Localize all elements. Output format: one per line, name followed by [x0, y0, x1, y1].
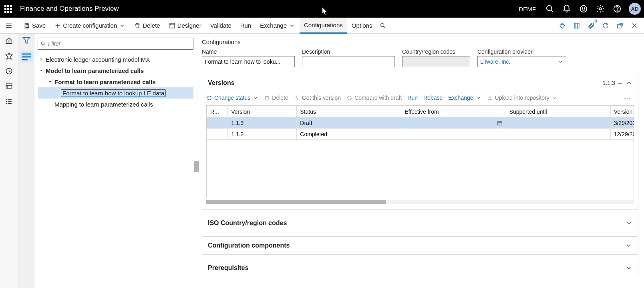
gear-icon[interactable]: [596, 4, 605, 13]
waffle-icon[interactable]: [3, 4, 13, 14]
panel-toggle-icon[interactable]: [20, 51, 33, 62]
popout-icon[interactable]: [614, 20, 626, 31]
compare-button: Compare with draft: [346, 95, 402, 101]
smile-icon[interactable]: [579, 4, 588, 13]
run-button[interactable]: Run: [236, 18, 256, 34]
home-icon[interactable]: [5, 36, 14, 45]
avatar[interactable]: AD: [629, 3, 641, 15]
versions-title: Versions: [208, 79, 235, 87]
attachments-icon[interactable]: 0: [586, 20, 597, 31]
designer-label: Designer: [177, 22, 201, 29]
tree-item[interactable]: Electronic ledger accounting model MX: [38, 54, 193, 65]
svg-rect-11: [26, 26, 28, 27]
svg-point-3: [582, 8, 583, 8]
get-version-button: Get this version: [294, 95, 341, 101]
star-icon[interactable]: [5, 51, 14, 60]
versions-section: Versions 1.1.3 -- Change status Delete: [202, 74, 638, 210]
svg-marker-36: [23, 38, 30, 44]
action-bar: Save Create configuration Delete Designe…: [0, 18, 644, 34]
change-status-button[interactable]: Change status: [206, 95, 258, 101]
exchange-button[interactable]: Exchange: [256, 18, 300, 34]
options-button[interactable]: Options: [347, 18, 377, 34]
description-input[interactable]: [302, 56, 395, 67]
svg-point-2: [580, 6, 587, 12]
company-code[interactable]: DEMF: [519, 6, 536, 12]
provider-value: Litware, Inc.: [480, 58, 510, 65]
table-row[interactable]: 1.1.3 Draft 3/29/2021 09:32:09 AM: [207, 117, 634, 129]
svg-point-5: [599, 8, 602, 10]
versions-header[interactable]: Versions 1.1.3 --: [202, 74, 638, 92]
tree-label: Electronic ledger accounting model MX: [46, 56, 150, 63]
svg-line-1: [551, 10, 553, 12]
tree-label: Format to learn how to lookup LE data: [61, 89, 166, 97]
list-icon[interactable]: [5, 97, 14, 106]
svg-rect-46: [497, 121, 502, 125]
country-input: [402, 56, 470, 67]
inline-search-button[interactable]: [376, 18, 389, 34]
designer-button[interactable]: Designer: [165, 18, 206, 34]
description-label: Description: [302, 48, 395, 55]
upload-label: Upload into repository: [495, 95, 549, 101]
tree-item-selected[interactable]: Format to learn how to lookup LE data: [38, 87, 193, 99]
tree-item[interactable]: Format to learn parameterized calls: [38, 76, 193, 87]
tree-filter-input[interactable]: [48, 40, 191, 47]
tree-label: Model to learn parameterized calls: [46, 67, 144, 74]
cell-created: 3/29/2021 09:32:09 AM: [610, 117, 634, 129]
cell-effective[interactable]: [401, 117, 506, 129]
rebase-button[interactable]: Rebase: [423, 95, 443, 101]
chevron-down-icon: [119, 22, 125, 29]
tree-label: Mapping to learn parameterized calls: [54, 101, 153, 108]
create-configuration-button[interactable]: Create configuration: [50, 18, 130, 34]
field-name: Name: [202, 48, 295, 67]
components-header[interactable]: Configuration components: [202, 237, 638, 254]
col-created[interactable]: Version created: [610, 106, 634, 117]
chevron-down-icon: [558, 59, 564, 64]
field-row: Name Description Country/region codes Co…: [202, 48, 638, 67]
save-button[interactable]: Save: [19, 18, 50, 34]
col-supported[interactable]: Supported until: [506, 106, 610, 117]
help-icon[interactable]: [613, 4, 622, 13]
ver-run-button[interactable]: Run: [407, 95, 418, 101]
bell-icon[interactable]: [562, 4, 571, 13]
calendar-icon: [497, 120, 503, 126]
validate-label: Validate: [210, 22, 231, 29]
versions-table: R... Version Status Effective from Suppo…: [206, 105, 634, 198]
map-icon[interactable]: [571, 20, 582, 31]
delete-button[interactable]: Delete: [130, 18, 164, 34]
page-heading: Configurations: [202, 38, 638, 45]
col-effective[interactable]: Effective from: [401, 106, 506, 117]
search-icon[interactable]: [545, 4, 554, 13]
col-r[interactable]: R...: [207, 106, 228, 117]
more-icon[interactable]: ⋯: [624, 93, 632, 102]
diamond-icon[interactable]: [557, 20, 568, 31]
hamburger-icon[interactable]: [2, 19, 15, 32]
close-icon[interactable]: [629, 20, 640, 31]
run-label: Run: [240, 22, 252, 29]
iso-header[interactable]: ISO Country/region codes: [202, 214, 638, 232]
validate-button[interactable]: Validate: [206, 18, 236, 34]
ver-exchange-button[interactable]: Exchange: [448, 95, 481, 101]
col-version[interactable]: Version: [228, 106, 297, 117]
tree-filter[interactable]: [38, 38, 193, 50]
tree-item[interactable]: Mapping to learn parameterized calls: [38, 99, 193, 110]
clock-icon[interactable]: [5, 66, 14, 75]
exchange-label: Exchange: [260, 22, 287, 29]
configurations-tab[interactable]: Configurations: [300, 18, 347, 34]
provider-label: Configuration provider: [477, 48, 566, 55]
cell-status: Draft: [297, 117, 401, 129]
module-icon[interactable]: [5, 82, 14, 91]
horizontal-scrollbar[interactable]: [206, 200, 634, 204]
name-input[interactable]: [202, 56, 295, 67]
change-status-label: Change status: [214, 95, 250, 101]
caret-down-icon: [38, 68, 44, 73]
cell-created: 12/29/2018 11:35:33 AM: [610, 129, 634, 140]
table-row[interactable]: 1.1.2 Completed 12/29/2018 11:35:33 AM: [207, 129, 634, 140]
prereq-header[interactable]: Prerequisites: [202, 259, 638, 277]
col-status[interactable]: Status: [297, 106, 401, 117]
funnel-icon[interactable]: [22, 36, 31, 45]
field-description: Description: [302, 48, 395, 67]
tree-item[interactable]: Model to learn parameterized calls: [38, 65, 193, 76]
caret-right-icon: [38, 56, 44, 62]
provider-select[interactable]: Litware, Inc.: [477, 56, 566, 67]
refresh-icon[interactable]: [600, 20, 611, 31]
